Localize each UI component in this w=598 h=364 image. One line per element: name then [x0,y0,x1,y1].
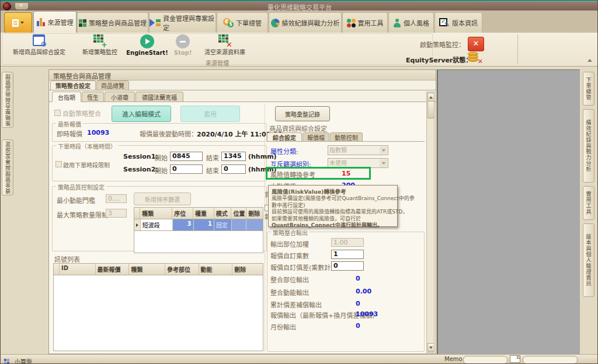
column-header[interactable]: 參考部位 [165,264,199,275]
symbol-tab-minidow[interactable]: 小道瓊 [105,92,135,102]
tab-dynamic-control[interactable]: 動態控制 [330,132,363,142]
session1-start-label: 開始 [155,153,168,162]
button-label: 清空來源資料庫 [204,47,245,56]
column-header[interactable]: ID [60,264,96,275]
tab-label: 策略整合設定 [55,81,91,90]
symbol-tab-hangseng[interactable]: 恆生 [82,92,104,102]
enable-session-label: 啟用下單時段限制 [63,160,110,169]
attribute-category-label: 屬性分類: [270,146,298,156]
signal-table-body [53,275,263,351]
column-header[interactable]: 位置 [231,208,246,219]
ribbon-tab-version-info[interactable]: ✔ ✎ 版本資訊 [434,12,482,33]
row-selector [134,219,141,230]
min-momentum-input: 0.... [106,194,127,203]
left-dock-tab-fund[interactable]: 資金管理與專案設定 [2,139,13,195]
toolbar-group-label: 來源管理 [2,58,433,67]
ribbon-tab-utilities[interactable]: 實用工具 [342,12,388,33]
memo-input-2[interactable] [523,356,578,364]
ribbon-tab-order-overview[interactable]: € $ 下單總管 [217,12,268,33]
spread-compensation-label: 累計價差補償輸出 [270,300,322,309]
ribbon-tab-label: 績效紀錄與戰力分析 [282,18,340,27]
strategy-table[interactable]: 種類 序位 權重 模式 位置 刪除 短波段 3 1 固定 [134,207,263,253]
symbol-tab-line [49,102,436,102]
add-product-settings-button[interactable]: ⚙ 新增商品與綜合設定 [4,34,74,58]
document-icon[interactable] [510,355,520,363]
status-bar [1,354,598,364]
risk-reference-label: 風險值轉換參考 [270,170,315,179]
strategy-log-button[interactable]: 策略彙整記錄 [275,106,330,121]
scroll-up-button[interactable] [427,93,434,102]
monitor-off-button[interactable]: ✕ [468,37,484,51]
clear-source-db-button[interactable]: ✕ 清空來源資料庫 [197,34,253,58]
symbol-tab-taiex[interactable]: 台指期 [52,92,81,102]
column-header[interactable]: 序位 [172,208,193,219]
right-dock-tab-utilities[interactable]: 實用工具 [583,186,594,220]
stop-icon [176,34,190,48]
ribbon-tab-label: 個人風格 [404,18,429,27]
ribbon-tab-source-management[interactable]: 來源管理 [33,11,77,33]
application-menu-button[interactable] [4,12,32,33]
session2-end-input[interactable]: 0 [221,164,246,174]
ribbon-tab-personal-style[interactable]: 個人風格 [388,12,434,33]
right-dock-tab-version[interactable]: 版本與個人驗證資訊 [583,223,594,297]
column-header[interactable]: 種類 [129,264,165,275]
custom-multiplier-input[interactable]: 1 [331,250,364,259]
window-gear-icon: ⚙ [33,34,46,46]
scroll-down-button[interactable] [427,343,434,352]
ribbon-tab-performance[interactable]: 績效紀錄與戰力分析 [269,12,342,33]
session2-start-input[interactable]: 0 [170,164,203,174]
scrollbar-thumb[interactable] [427,101,434,118]
left-dock-tab-strategy[interactable]: 策略整合與商品管理 [2,72,13,128]
cell-weight: 1 [194,219,215,230]
calculator-launcher[interactable]: 小算盤 [4,355,32,364]
dock-tab-label: 策略整合與商品管理 [4,74,12,126]
symbol-tab-frankfurt[interactable]: 德國法蘭克福 [135,92,183,102]
column-header[interactable]: 刪除 [246,208,263,219]
button-label: Stop! [174,50,192,56]
tab-label: 德國法蘭克福 [142,93,177,102]
cross-icon: ✕ [226,41,232,48]
signal-table[interactable]: ID 最新報價 種類 參考部位 動能 刪除 [53,263,263,351]
tooltip-line: 如果需要其他種類的風險值，可自行於 [272,216,394,223]
vertical-scrollbar[interactable] [426,92,434,353]
session1-end-input[interactable]: 1345 [221,152,246,161]
add-strategy-monitor-button[interactable]: + 新增策略監控 [77,34,123,58]
column-header[interactable]: 模式 [214,208,232,219]
table-row[interactable]: 短波段 3 1 固定 [134,219,263,231]
dropdown-value: 未使用 [329,160,347,166]
cell-type: 短波段 [141,219,173,230]
chevron-down-icon [380,146,387,154]
custom-spread-input[interactable]: 0 [331,261,364,271]
session1-start-input[interactable]: 0845 [170,152,203,161]
group-label: 策略品質控制設定 [56,183,106,191]
column-header[interactable]: 刪除 [232,264,263,275]
column-header[interactable]: 動能 [199,264,233,275]
tooltip-line: 數中進行設定) [272,202,394,209]
collapse-chevron-icon[interactable] [587,59,592,62]
signal-table-header: ID 最新報價 種類 參考部位 動能 刪除 [53,263,263,275]
column-header[interactable]: 種類 [140,208,172,219]
tab-label: 台指期 [58,93,75,102]
right-dock-tab-orders[interactable]: 下單總管 [583,72,594,106]
memo-input-1[interactable] [463,356,507,364]
tab-strategy-settings[interactable]: 策略整合設定 [50,80,96,90]
momentum-output-value: 0.00 [356,288,371,295]
tab-label: 商品總覽 [101,81,124,90]
engine-start-button[interactable]: EngineStart! [126,34,169,58]
enter-edit-mode-button[interactable]: 進入編輯模式 [112,106,171,122]
plus-icon: + [101,41,107,48]
session2-end-label: 結束 [206,166,219,175]
strategy-table-header: 種類 序位 權重 模式 位置 刪除 [134,207,263,219]
tab-product-overview[interactable]: 商品總覽 [96,80,129,90]
tab-label: 小道瓊 [111,93,128,102]
ribbon-tab-strategy-product[interactable]: 策略整合與商品管理 [77,12,148,33]
right-dock-tab-performance[interactable]: 績效紀錄與戰力分析 [583,109,594,183]
column-header[interactable]: 權重 [193,208,214,219]
column-header[interactable]: 最新報價 [96,264,130,275]
ribbon-tab-fund-project[interactable]: 資金管理與專案設定 [149,12,216,33]
pie-chart-icon [271,19,280,27]
tab-quote-file[interactable]: 報價檔 [303,132,329,142]
dock-tab-label: 資金管理與專案設定 [4,141,12,194]
tab-general-settings[interactable]: 綜合設定 [267,132,302,142]
custom-multiplier-label: 報價自訂乘數 [270,251,309,260]
